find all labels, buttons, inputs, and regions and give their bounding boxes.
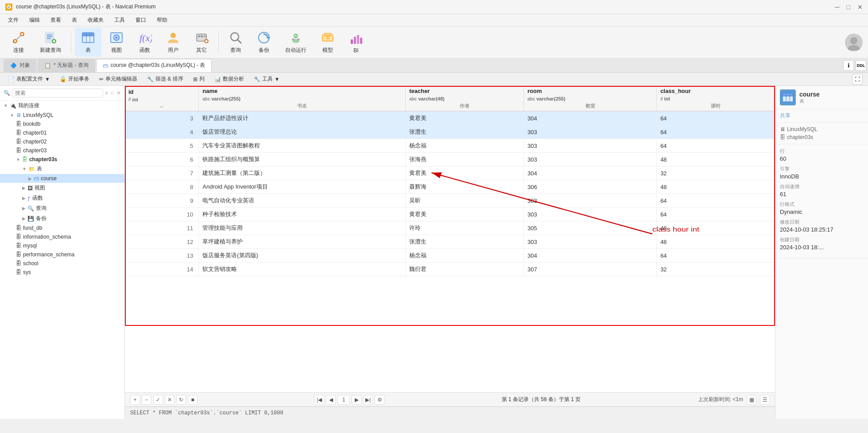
table-row[interactable]: 6铁路施工组织与概预算张海燕30348 <box>125 153 775 166</box>
cell-room[interactable]: 303 <box>523 208 656 221</box>
sidebar-item-tables-folder[interactable]: ▼ 📁 表 <box>0 164 124 174</box>
data-analysis-button[interactable]: 📊 数据分析 <box>210 74 248 84</box>
table-row[interactable]: 12草坪建植与养护张澧生30348 <box>125 235 775 249</box>
toolbar-model[interactable]: 模型 <box>314 28 341 57</box>
table-wrapper[interactable]: class hour int id # int -- name abc varc… <box>125 86 775 392</box>
table-row[interactable]: 14软文营销攻略魏衍君30732 <box>125 263 775 276</box>
cell-room[interactable]: 304 <box>523 166 656 180</box>
sidebar-item-bookdb[interactable]: 🗄 bookdb <box>0 120 124 128</box>
list-view-button[interactable]: ☰ <box>760 395 770 405</box>
nav-first-button[interactable]: |◀ <box>314 395 324 405</box>
sidebar-item-chapter03[interactable]: 🗄 chapter03 <box>0 146 124 155</box>
cell-class_hour[interactable]: 64 <box>657 208 775 221</box>
cell-room[interactable]: 306 <box>523 180 656 194</box>
menu-table[interactable]: 表 <box>67 15 81 25</box>
table-row[interactable]: 13饭店服务英语(第四版)杨念福30464 <box>125 249 775 263</box>
info-button[interactable]: ℹ <box>843 60 854 71</box>
cell-room[interactable]: 303 <box>523 235 656 249</box>
menu-view[interactable]: 查看 <box>46 15 66 25</box>
cell-class_hour[interactable]: 48 <box>657 235 775 249</box>
cell-class_hour[interactable]: 48 <box>657 153 775 166</box>
sidebar-sort-icon[interactable]: ≡ <box>105 90 108 96</box>
table-row[interactable]: 3鞋产品舒适性设计黄君美30464 <box>125 111 775 125</box>
cell-teacher[interactable]: 黄君美 <box>406 208 524 221</box>
cancel-edit-button[interactable]: ✕ <box>165 395 174 405</box>
sidebar-item-school[interactable]: 🗄 school <box>0 259 124 268</box>
cell-name[interactable]: 鞋产品舒适性设计 <box>199 111 406 125</box>
cell-room[interactable]: 303 <box>523 194 656 208</box>
table-row[interactable]: 7建筑施工测量（第二版）黄君美30432 <box>125 166 775 180</box>
menu-help[interactable]: 帮助 <box>152 15 172 25</box>
cell-class_hour[interactable]: 64 <box>657 111 775 125</box>
cell-id[interactable]: 5 <box>125 139 199 153</box>
nav-settings-button[interactable]: ⚙ <box>375 395 384 405</box>
cell-name[interactable]: 软文营销攻略 <box>199 263 406 276</box>
sidebar-item-functions-folder[interactable]: ▶ ƒ 函数 <box>0 193 124 203</box>
stop-button[interactable]: ■ <box>188 395 198 405</box>
table-row[interactable]: 4饭店管理总论张澧生30364 <box>125 125 775 139</box>
toolbar-func[interactable]: f(x) 函数 <box>132 28 158 57</box>
add-record-button[interactable]: + <box>130 395 140 405</box>
confirm-button[interactable]: ✓ <box>153 395 163 405</box>
menu-edit[interactable]: 编辑 <box>25 15 44 25</box>
refresh-button[interactable]: ↻ <box>176 395 186 405</box>
nav-next-button[interactable]: ▶ <box>352 395 361 405</box>
tableconfig-button[interactable]: 📄 表配置文件 ▼ <box>4 74 54 84</box>
cell-teacher[interactable]: 张海燕 <box>406 153 524 166</box>
tab-object[interactable]: 🔷 对象 <box>4 59 37 72</box>
sidebar-item-performance_schema[interactable]: 🗄 performance_schema <box>0 250 124 259</box>
nav-prev-button[interactable]: ◀ <box>326 395 336 405</box>
cell-name[interactable]: 饭店管理总论 <box>199 125 406 139</box>
cell-name[interactable]: 种子检验技术 <box>199 208 406 221</box>
table-row[interactable]: 8Android App Inventor项目聂辉海30648 <box>125 180 775 194</box>
cell-teacher[interactable]: 杨念福 <box>406 249 524 263</box>
cell-room[interactable]: 304 <box>523 111 656 125</box>
cell-room[interactable]: 304 <box>523 249 656 263</box>
remove-record-button[interactable]: − <box>142 395 151 405</box>
user-avatar[interactable] <box>845 34 863 51</box>
sidebar-item-information_schema[interactable]: 🗄 information_schema <box>0 232 124 241</box>
toolbar-view[interactable]: 视图 <box>103 28 130 57</box>
cell-id[interactable]: 10 <box>125 208 199 221</box>
cell-class_hour[interactable]: 32 <box>657 166 775 180</box>
sidebar-close-icon[interactable]: ✕ <box>116 90 121 96</box>
sidebar-item-chapter01[interactable]: 🗄 chapter01 <box>0 128 124 137</box>
sidebar-item-views-folder[interactable]: ▶ 🖼 视图 <box>0 183 124 193</box>
cell-teacher[interactable]: 杨念福 <box>406 139 524 153</box>
cell-id[interactable]: 7 <box>125 166 199 180</box>
toolbar-table[interactable]: 表 <box>75 28 101 57</box>
menu-window[interactable]: 窗口 <box>131 15 151 25</box>
maximize-button[interactable]: □ <box>847 4 850 11</box>
menu-file[interactable]: 文件 <box>4 15 23 25</box>
sidebar-item-linuxmysql[interactable]: ▼ 🖥 LinuxMySQL <box>0 111 124 120</box>
cell-id[interactable]: 11 <box>125 221 199 235</box>
cell-name[interactable]: 电气自动化专业英语 <box>199 194 406 208</box>
cell-id[interactable]: 9 <box>125 194 199 208</box>
cell-id[interactable]: 6 <box>125 153 199 166</box>
cell-name[interactable]: 草坪建植与养护 <box>199 235 406 249</box>
table-row[interactable]: 9电气自动化专业英语吴昕30364 <box>125 194 775 208</box>
sidebar-item-sys[interactable]: 🗄 sys <box>0 268 124 277</box>
cell-teacher[interactable]: 吴昕 <box>406 194 524 208</box>
cell-teacher[interactable]: 黄君美 <box>406 111 524 125</box>
sidebar-item-chapter03s[interactable]: ▼ 🗄 chapter03s <box>0 155 124 164</box>
sidebar-item-fund_db[interactable]: 🗄 fund_db <box>0 224 124 232</box>
toolbar-connect[interactable]: 连接 <box>5 28 32 57</box>
sidebar-item-mysql[interactable]: 🗄 mysql <box>0 241 124 250</box>
cell-class_hour[interactable]: 64 <box>657 194 775 208</box>
cell-id[interactable]: 13 <box>125 249 199 263</box>
close-button[interactable]: ✕ <box>857 4 863 11</box>
menu-favorites[interactable]: 收藏夹 <box>83 15 108 25</box>
transaction-button[interactable]: 🔓 开始事务 <box>55 74 94 84</box>
cell-class_hour[interactable]: 64 <box>657 249 775 263</box>
sidebar-item-course[interactable]: ▶ 🗃 course <box>0 174 124 183</box>
cell-id[interactable]: 3 <box>125 111 199 125</box>
cell-class_hour[interactable]: 32 <box>657 263 775 276</box>
title-bar-controls[interactable]: ─ □ ✕ <box>835 4 863 11</box>
minimize-button[interactable]: ─ <box>835 4 840 11</box>
cell-class_hour[interactable]: 64 <box>657 125 775 139</box>
cell-editor-button[interactable]: ✏ 单元格编辑器 <box>95 74 142 84</box>
sidebar-item-chapter02[interactable]: 🗄 chapter02 <box>0 137 124 146</box>
search-input[interactable] <box>12 89 103 97</box>
toolbar-auto[interactable]: AI 自动运行 <box>279 28 313 57</box>
